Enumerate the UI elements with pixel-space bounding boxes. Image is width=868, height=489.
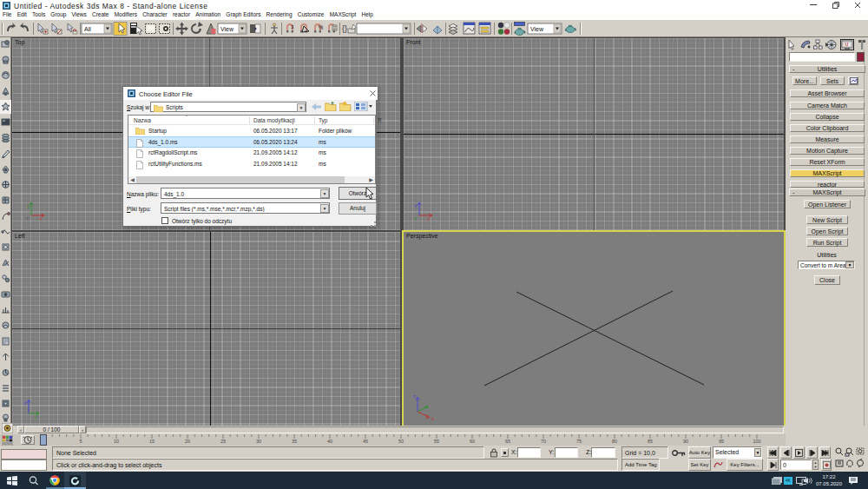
svg-text:U: U bbox=[845, 42, 849, 47]
svg-text:y: y bbox=[414, 215, 417, 221]
svg-text:3: 3 bbox=[291, 24, 294, 30]
svg-text:x: x bbox=[39, 216, 42, 221]
svg-text:y: y bbox=[27, 203, 30, 208]
svg-text:All: All bbox=[84, 26, 91, 32]
svg-text:View: View bbox=[530, 26, 544, 32]
svg-text:%: % bbox=[319, 24, 324, 30]
svg-text:{}: {} bbox=[342, 24, 347, 33]
svg-text:z: z bbox=[415, 203, 418, 208]
svg-text:y: y bbox=[35, 414, 37, 420]
svg-text:View: View bbox=[220, 26, 234, 32]
svg-text:z: z bbox=[24, 400, 27, 406]
svg-text:z: z bbox=[26, 215, 29, 221]
svg-text:x: x bbox=[427, 216, 430, 221]
